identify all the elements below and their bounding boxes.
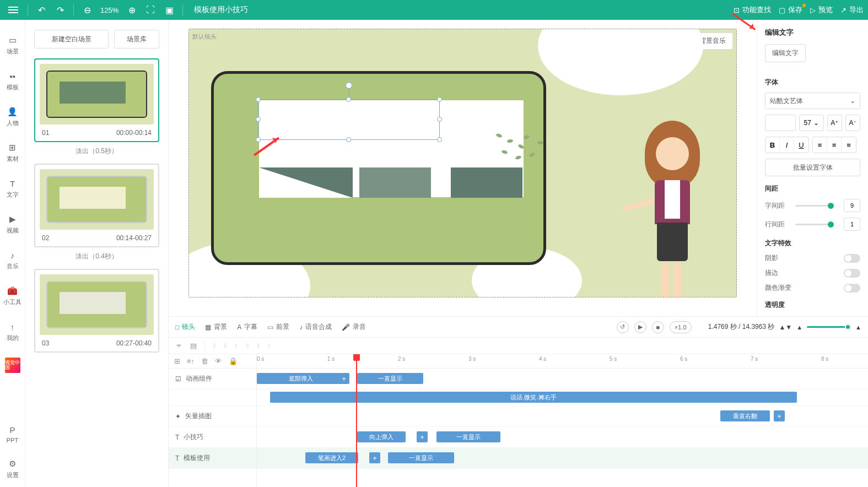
clip[interactable]: 向上弹入 <box>357 431 406 442</box>
scene-card-03[interactable]: 0300:27-00:40 <box>34 269 159 353</box>
sidebar-item-settings[interactable]: ⚙设置 <box>7 459 19 479</box>
align-icon[interactable]: ⫴ <box>213 342 216 350</box>
font-size-select[interactable]: 57⌄ <box>799 115 824 131</box>
resize-handle[interactable] <box>437 97 442 102</box>
font-increase-button[interactable]: A⁺ <box>827 115 842 131</box>
font-family-select[interactable]: 站酷文艺体⌄ <box>765 93 860 109</box>
letter-spacing-slider[interactable] <box>795 205 834 207</box>
preview-button[interactable]: ▷ 预览 <box>810 5 833 15</box>
character-avatar[interactable] <box>639 121 705 297</box>
align-left-button[interactable]: ≡ <box>813 137 827 153</box>
sort-icon[interactable]: ≡↑ <box>187 357 195 365</box>
sidebar-item-mine[interactable]: ↑我的 <box>7 322 19 342</box>
sidebar-item-material[interactable]: ⊞素材 <box>7 143 19 163</box>
track-label-sub[interactable] <box>169 389 256 406</box>
resize-handle[interactable] <box>256 137 261 142</box>
text-selection-box[interactable]: 模板使用 <box>258 99 440 140</box>
scene-card-01[interactable]: 0100:00-00:14 <box>34 58 159 142</box>
export-button[interactable]: ↗ 导出 <box>840 5 864 15</box>
letter-spacing-input[interactable] <box>844 199 860 212</box>
clip[interactable]: 一直显示 <box>388 452 454 463</box>
tab-record[interactable]: 🎤 录音 <box>342 322 366 332</box>
clip[interactable]: 底部弹入 <box>257 373 345 384</box>
lock-icon[interactable]: 🔒 <box>229 357 238 365</box>
safe-area-button[interactable]: ▣ <box>161 2 177 18</box>
tab-subtitle[interactable]: A 字幕 <box>237 322 257 332</box>
batch-font-button[interactable]: 批量设置字体 <box>765 159 860 176</box>
new-blank-scene-button[interactable]: 新建空白场景 <box>34 30 109 48</box>
sidebar-item-template[interactable]: ▪▪模板 <box>7 71 19 91</box>
filter-icon[interactable]: ⫧ <box>175 342 182 350</box>
undo-button[interactable]: ↶ <box>34 2 49 18</box>
align-center-button[interactable]: ≡ <box>827 137 842 153</box>
menu-icon[interactable] <box>4 1 22 19</box>
playhead[interactable] <box>356 354 357 487</box>
line-spacing-input[interactable] <box>844 218 860 231</box>
resize-handle[interactable] <box>256 97 261 102</box>
tab-foreground[interactable]: ▭ 前景 <box>267 322 289 332</box>
stop-button[interactable]: ■ <box>652 321 664 333</box>
bold-button[interactable]: B <box>765 137 780 153</box>
scene-transition[interactable]: 淡出（0.5秒） <box>34 147 159 156</box>
timeline-tracks[interactable]: 0 s 1 s 2 s 3 s 4 s 5 s 6 s 7 s 8 s 底部弹入… <box>257 354 868 487</box>
group-icon[interactable]: ▤ <box>190 342 197 350</box>
align-icon[interactable]: ⫴ <box>246 342 249 350</box>
sidebar-item-ppt[interactable]: PPPT <box>7 425 18 443</box>
clip[interactable]: 垂直右翻 <box>720 410 770 421</box>
resize-handle[interactable] <box>346 97 351 102</box>
timeline-ruler[interactable]: 0 s 1 s 2 s 3 s 4 s 5 s 6 s 7 s 8 s <box>257 354 868 369</box>
track-label[interactable]: ☑ 动画组件 <box>169 369 256 389</box>
add-clip-button[interactable]: + <box>369 452 380 463</box>
edit-text-button[interactable]: 编辑文字 <box>765 44 806 62</box>
blackboard[interactable]: 模板使用 <box>211 71 546 265</box>
feature-search-button[interactable]: ⊡ 功能查找 <box>734 5 771 15</box>
clip[interactable]: 一直显示 <box>436 431 500 442</box>
clip[interactable]: 一直显示 <box>357 373 423 384</box>
track-label[interactable]: T 模板使用 <box>169 448 256 469</box>
zoom-in-button[interactable]: ⊕ <box>124 2 139 18</box>
align-icon[interactable]: ⫵ <box>257 342 260 350</box>
timeline-zoom-slider[interactable] <box>807 326 851 328</box>
gradient-toggle[interactable] <box>844 284 860 293</box>
align-icon[interactable]: ⫶ <box>267 342 271 350</box>
sidebar-item-text[interactable]: T文字 <box>7 178 19 199</box>
rotation-handle[interactable] <box>346 82 352 89</box>
sidebar-item-scene[interactable]: ▭场景 <box>7 35 19 56</box>
add-clip-button[interactable]: + <box>417 431 428 442</box>
expand-icon[interactable]: ▲▼ <box>779 323 792 331</box>
italic-button[interactable]: I <box>780 137 794 153</box>
timeline-track[interactable]: 笔画进入2 + 一直显示 <box>257 448 868 469</box>
tab-shot[interactable]: □ 镜头 <box>175 322 195 332</box>
clip[interactable]: 说话.微笑.摊右手 <box>270 392 797 403</box>
timeline-track[interactable]: 底部弹入 + 一直显示 <box>257 369 868 389</box>
zoom-out-icon[interactable]: ▲ <box>796 324 802 331</box>
scene-card-02[interactable]: 0200:14-00:27 <box>34 164 159 247</box>
fit-screen-button[interactable]: ⛶ <box>143 2 158 18</box>
clip[interactable]: 笔画进入2 <box>305 452 358 463</box>
delete-icon[interactable]: 🗑 <box>201 357 208 365</box>
sidebar-item-character[interactable]: 👤人物 <box>7 107 19 127</box>
font-decrease-button[interactable]: A⁻ <box>845 115 860 131</box>
stroke-toggle[interactable] <box>844 269 860 278</box>
redo-button[interactable]: ↷ <box>52 2 68 18</box>
canvas-stage[interactable]: 默认镜头 ♬背景音乐 <box>188 29 737 297</box>
sidebar-item-video[interactable]: ▶视频 <box>7 214 19 235</box>
timeline-track[interactable]: 说话.微笑.摊右手 <box>257 389 868 406</box>
resize-handle[interactable] <box>437 117 442 122</box>
project-name[interactable]: 模板使用小技巧 <box>194 5 248 15</box>
timeline-track[interactable]: 垂直右翻 + <box>257 406 868 427</box>
speed-selector[interactable]: ×1.0 <box>670 321 692 333</box>
rewind-button[interactable]: ↺ <box>617 321 629 333</box>
align-icon[interactable]: ⫵ <box>224 342 227 350</box>
zoom-in-icon[interactable]: ▲ <box>855 324 861 331</box>
resize-handle[interactable] <box>437 137 442 142</box>
align-right-button[interactable]: ≡ <box>842 137 856 153</box>
shadow-toggle[interactable] <box>844 254 860 263</box>
track-label[interactable]: T 小技巧 <box>169 427 256 448</box>
sidebar-item-visual-china[interactable]: 视觉中国 <box>5 358 20 373</box>
scene-transition[interactable]: 淡出（0.4秒） <box>34 252 159 261</box>
sidebar-item-tools[interactable]: 🧰小工具 <box>3 286 21 306</box>
track-label[interactable]: ✦ 矢量插图 <box>169 406 256 427</box>
line-spacing-slider[interactable] <box>795 224 834 225</box>
sidebar-item-music[interactable]: ♪音乐 <box>7 250 19 270</box>
